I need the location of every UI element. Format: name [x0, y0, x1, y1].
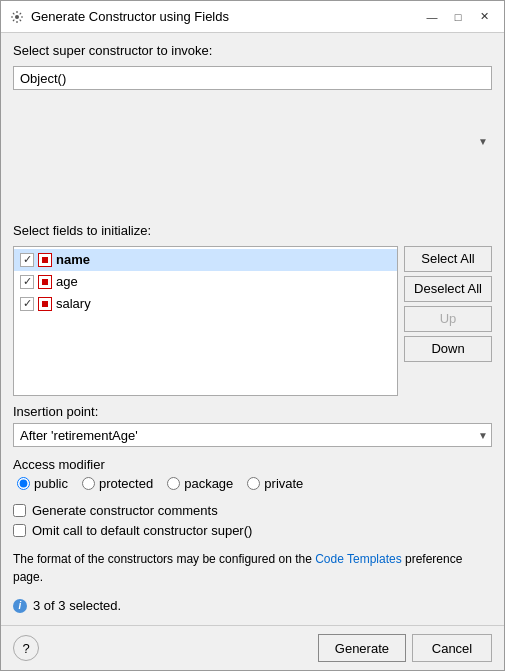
list-item[interactable]: name: [14, 249, 397, 271]
info-icon: i: [13, 599, 27, 613]
field-type-icon-age: [38, 275, 52, 289]
generate-button[interactable]: Generate: [318, 634, 406, 662]
radio-package-label: package: [184, 476, 233, 491]
list-item[interactable]: salary: [14, 293, 397, 315]
radio-public[interactable]: public: [17, 476, 68, 491]
side-buttons: Select All Deselect All Up Down: [404, 246, 492, 397]
checkbox-section: Generate constructor comments Omit call …: [13, 503, 492, 538]
svg-point-0: [15, 15, 19, 19]
list-item[interactable]: age: [14, 271, 397, 293]
action-buttons: Generate Cancel: [318, 634, 492, 662]
help-button[interactable]: ?: [13, 635, 39, 661]
super-constructor-dropdown-wrapper: Object() ▼: [13, 66, 492, 217]
info-text-before: The format of the constructors may be co…: [13, 552, 315, 566]
checkbox-omit-super[interactable]: Omit call to default constructor super(): [13, 523, 492, 538]
insertion-point-label: Insertion point:: [13, 404, 492, 419]
checkbox-generate-comments-label: Generate constructor comments: [32, 503, 218, 518]
field-name-name: name: [56, 252, 90, 267]
checkbox-generate-comments-input[interactable]: [13, 504, 26, 517]
maximize-button[interactable]: □: [446, 7, 470, 27]
up-button[interactable]: Up: [404, 306, 492, 332]
radio-public-label: public: [34, 476, 68, 491]
radio-public-input[interactable]: [17, 477, 30, 490]
title-bar-controls: — □ ✕: [420, 7, 496, 27]
field-checkbox-age[interactable]: [20, 275, 34, 289]
radio-protected-input[interactable]: [82, 477, 95, 490]
title-bar-title: Generate Constructor using Fields: [31, 9, 414, 24]
checkbox-generate-comments[interactable]: Generate constructor comments: [13, 503, 492, 518]
access-modifier-label: Access modifier: [13, 457, 492, 472]
radio-package-input[interactable]: [167, 477, 180, 490]
access-radio-group: public protected package private: [17, 476, 492, 491]
dropdown-arrow-icon: ▼: [478, 136, 488, 147]
status-bar: i 3 of 3 selected.: [13, 598, 492, 615]
insertion-point-dropdown[interactable]: After 'retirementAge': [13, 423, 492, 447]
field-checkbox-salary[interactable]: [20, 297, 34, 311]
cancel-button[interactable]: Cancel: [412, 634, 492, 662]
deselect-all-button[interactable]: Deselect All: [404, 276, 492, 302]
field-name-salary: salary: [56, 296, 91, 311]
title-bar: Generate Constructor using Fields — □ ✕: [1, 1, 504, 33]
field-name-age: age: [56, 274, 78, 289]
radio-package[interactable]: package: [167, 476, 233, 491]
button-bar: ? Generate Cancel: [1, 625, 504, 670]
fields-section: name age salary: [13, 246, 492, 397]
radio-private-label: private: [264, 476, 303, 491]
insertion-section: Insertion point: After 'retirementAge' ▼: [13, 404, 492, 447]
minimize-button[interactable]: —: [420, 7, 444, 27]
radio-private[interactable]: private: [247, 476, 303, 491]
close-button[interactable]: ✕: [472, 7, 496, 27]
checkbox-omit-super-input[interactable]: [13, 524, 26, 537]
radio-private-input[interactable]: [247, 477, 260, 490]
radio-protected-label: protected: [99, 476, 153, 491]
down-button[interactable]: Down: [404, 336, 492, 362]
radio-protected[interactable]: protected: [82, 476, 153, 491]
select-all-button[interactable]: Select All: [404, 246, 492, 272]
code-templates-link[interactable]: Code Templates: [315, 552, 402, 566]
fields-label: Select fields to initialize:: [13, 223, 492, 238]
checkbox-omit-super-label: Omit call to default constructor super(): [32, 523, 252, 538]
super-constructor-label: Select super constructor to invoke:: [13, 43, 492, 58]
fields-list[interactable]: name age salary: [13, 246, 398, 397]
field-type-icon-salary: [38, 297, 52, 311]
access-section: Access modifier public protected package…: [13, 457, 492, 491]
field-checkbox-name[interactable]: [20, 253, 34, 267]
gear-icon: [9, 9, 25, 25]
insertion-point-dropdown-wrapper: After 'retirementAge' ▼: [13, 423, 492, 447]
dialog: Generate Constructor using Fields — □ ✕ …: [0, 0, 505, 671]
super-constructor-dropdown[interactable]: Object(): [13, 66, 492, 90]
main-content: Select super constructor to invoke: Obje…: [1, 33, 504, 625]
field-type-icon-name: [38, 253, 52, 267]
info-text-block: The format of the constructors may be co…: [13, 550, 492, 586]
status-text: 3 of 3 selected.: [33, 598, 121, 613]
